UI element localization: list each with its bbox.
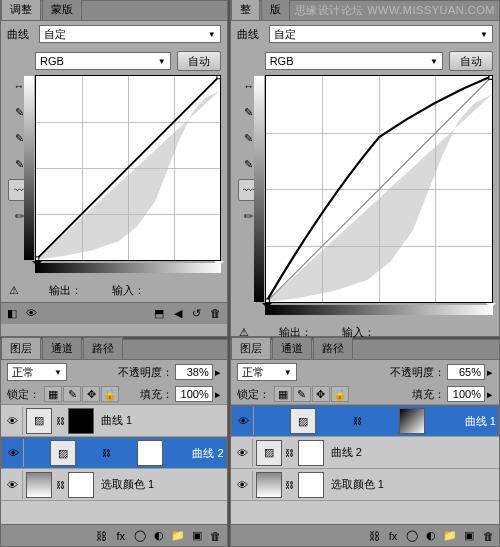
group-btn[interactable]: 📁: [169, 528, 187, 544]
link-btn[interactable]: ⛓: [93, 528, 111, 544]
tab-adjust[interactable]: 调整: [231, 0, 260, 20]
visibility-icon[interactable]: 👁: [3, 407, 23, 435]
layer-thumb[interactable]: ▨: [256, 440, 282, 466]
layer-icon[interactable]: ◧: [3, 305, 21, 321]
opacity-value[interactable]: 65%: [447, 364, 485, 380]
lock-all-icon[interactable]: 🔒: [101, 386, 119, 402]
layer-name[interactable]: 曲线 2: [192, 446, 223, 461]
layer-row[interactable]: 👁 ▨ ⛓ 曲线 2: [1, 437, 227, 469]
link-icon[interactable]: ⛓: [285, 448, 295, 458]
link-icon[interactable]: ⛓: [352, 416, 362, 426]
tab-layers[interactable]: 图层: [231, 337, 271, 359]
lock-move-icon[interactable]: ✥: [312, 386, 330, 402]
clip-icon[interactable]: ⬒: [150, 305, 168, 321]
blend-mode-select[interactable]: 正常▼: [7, 363, 67, 381]
layer-row[interactable]: 👁 ▨ ⛓ 曲线 1: [231, 405, 499, 437]
tab-paths[interactable]: 路径: [83, 337, 123, 359]
output-gradient: [254, 76, 264, 302]
lock-move-icon[interactable]: ✥: [82, 386, 100, 402]
svg-rect-2: [266, 299, 269, 302]
layer-row[interactable]: 👁 ▨ ⛓ 曲线 2: [231, 437, 499, 469]
input-gradient[interactable]: [265, 305, 493, 315]
channel-select[interactable]: RGB▼: [265, 52, 443, 70]
layer-row[interactable]: 👁 ⛓ 选取颜色 1: [1, 469, 227, 501]
layer-thumb[interactable]: ▨: [50, 440, 76, 466]
preset-select[interactable]: 自定▼: [269, 25, 493, 43]
adjust-btn[interactable]: ◐: [150, 528, 168, 544]
layer-name[interactable]: 选取颜色 1: [331, 477, 384, 492]
tab-channels[interactable]: 通道: [272, 337, 312, 359]
svg-rect-1: [217, 76, 220, 79]
lock-trans-icon[interactable]: ▦: [44, 386, 62, 402]
layer-name[interactable]: 选取颜色 1: [101, 477, 154, 492]
visibility-icon[interactable]: 👁: [234, 407, 254, 435]
layer-name[interactable]: 曲线 1: [465, 414, 496, 429]
mask-thumb[interactable]: [298, 472, 324, 498]
preset-select[interactable]: 自定▼: [39, 25, 221, 43]
opacity-value[interactable]: 38%: [175, 364, 213, 380]
preset-label: 曲线: [237, 27, 265, 42]
adjust-btn[interactable]: ◐: [422, 528, 440, 544]
warn-icon: ⚠: [9, 284, 19, 297]
tab-mask[interactable]: 蒙版: [42, 0, 82, 20]
layer-thumb[interactable]: ▨: [26, 408, 52, 434]
mask-thumb[interactable]: [399, 408, 425, 434]
mask-thumb[interactable]: [68, 408, 94, 434]
new-btn[interactable]: ▣: [188, 528, 206, 544]
layer-thumb[interactable]: [26, 472, 52, 498]
lock-all-icon[interactable]: 🔒: [331, 386, 349, 402]
mask-thumb[interactable]: [137, 440, 163, 466]
visibility-icon[interactable]: 👁: [233, 471, 253, 499]
new-btn[interactable]: ▣: [460, 528, 478, 544]
prev-icon[interactable]: ◀: [169, 305, 187, 321]
layer-name[interactable]: 曲线 2: [331, 445, 362, 460]
curves-graph[interactable]: [35, 75, 221, 261]
lock-label: 锁定：: [237, 387, 270, 402]
output-label: 输出：: [49, 283, 82, 298]
layer-thumb[interactable]: [256, 472, 282, 498]
link-icon[interactable]: ⛓: [55, 480, 65, 490]
visibility-icon[interactable]: 👁: [4, 439, 24, 467]
reset-icon[interactable]: ↺: [188, 305, 206, 321]
channel-select[interactable]: RGB▼: [35, 52, 171, 70]
fx-btn[interactable]: fx: [384, 528, 402, 544]
trash-icon[interactable]: 🗑: [207, 528, 225, 544]
lock-paint-icon[interactable]: ✎: [293, 386, 311, 402]
lock-trans-icon[interactable]: ▦: [274, 386, 292, 402]
mask-btn[interactable]: ◯: [403, 528, 421, 544]
blend-mode-select[interactable]: 正常▼: [237, 363, 297, 381]
visibility-icon[interactable]: 👁: [233, 439, 253, 467]
auto-button[interactable]: 自动: [177, 51, 221, 71]
layer-row[interactable]: 👁 ⛓ 选取颜色 1: [231, 469, 499, 501]
link-icon[interactable]: ⛓: [285, 480, 295, 490]
trash-icon[interactable]: 🗑: [207, 305, 225, 321]
link-icon[interactable]: ⛓: [55, 416, 65, 426]
link-icon[interactable]: ⛓: [101, 448, 111, 458]
tab-adjust[interactable]: 调整: [1, 0, 41, 20]
preset-label: 曲线: [7, 27, 35, 42]
fill-value[interactable]: 100%: [175, 386, 213, 402]
visibility-icon[interactable]: 👁: [3, 471, 23, 499]
curves-graph[interactable]: [265, 75, 493, 303]
tab-channels[interactable]: 通道: [42, 337, 82, 359]
view-icon[interactable]: 👁: [22, 305, 40, 321]
layer-thumb[interactable]: ▨: [290, 408, 316, 434]
mask-thumb[interactable]: [68, 472, 94, 498]
tab-layers[interactable]: 图层: [1, 337, 41, 359]
link-btn[interactable]: ⛓: [365, 528, 383, 544]
tab-mask[interactable]: 蒙版: [261, 0, 290, 20]
mask-thumb[interactable]: [298, 440, 324, 466]
input-gradient[interactable]: [35, 263, 221, 273]
fx-btn[interactable]: fx: [112, 528, 130, 544]
layer-name[interactable]: 曲线 1: [101, 413, 132, 428]
trash-icon[interactable]: 🗑: [479, 528, 497, 544]
lock-label: 锁定：: [7, 387, 40, 402]
tab-paths[interactable]: 路径: [313, 337, 353, 359]
mask-btn[interactable]: ◯: [131, 528, 149, 544]
layer-row[interactable]: 👁 ▨ ⛓ 曲线 1: [1, 405, 227, 437]
auto-button[interactable]: 自动: [449, 51, 493, 71]
fill-value[interactable]: 100%: [447, 386, 485, 402]
lock-paint-icon[interactable]: ✎: [63, 386, 81, 402]
group-btn[interactable]: 📁: [441, 528, 459, 544]
histogram: [36, 91, 220, 260]
